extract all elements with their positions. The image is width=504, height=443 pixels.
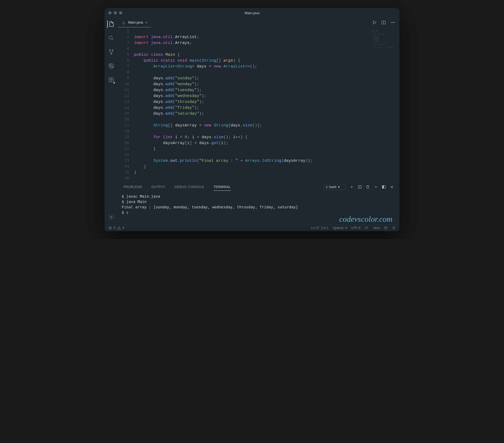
svg-rect-14 (382, 186, 384, 189)
settings-gear-icon[interactable] (108, 213, 115, 221)
svg-point-7 (110, 216, 112, 218)
traffic-lights (108, 11, 122, 14)
minimize-dot[interactable] (114, 11, 117, 14)
more-icon[interactable] (390, 20, 395, 25)
eol-status[interactable]: LF (365, 226, 369, 230)
split-terminal-icon[interactable] (358, 185, 362, 189)
tab-debug-console[interactable]: DEBUG CONSOLE (175, 185, 204, 189)
svg-point-16 (384, 226, 387, 229)
debug-icon[interactable] (108, 62, 115, 70)
code-editor[interactable]: 1234567891011121314151617181920212223242… (118, 27, 399, 182)
editor-window: Main.java (105, 8, 399, 231)
window-title: Main.java (244, 11, 260, 15)
tab-main-java[interactable]: Main.java × (118, 18, 151, 27)
tab-problems[interactable]: PROBLEMS (123, 185, 142, 189)
cursor-position[interactable]: Ln 37, Col 1 (311, 226, 329, 230)
zoom-dot[interactable] (119, 11, 122, 14)
svg-point-11 (394, 22, 394, 23)
bottom-panel: PROBLEMS OUTPUT DEBUG CONSOLE TERMINAL 1… (118, 182, 399, 224)
feedback-icon[interactable] (384, 226, 388, 230)
error-icon[interactable] (108, 226, 112, 230)
svg-point-0 (109, 36, 112, 39)
source-control-icon[interactable] (108, 48, 115, 56)
bell-icon[interactable] (392, 226, 396, 230)
tab-filename: Main.java (128, 20, 143, 24)
svg-point-18 (386, 227, 386, 228)
tab-output[interactable]: OUTPUT (151, 185, 165, 189)
terminal-selector[interactable]: 1: bash ▾ (323, 184, 346, 190)
tab-terminal[interactable]: TERMINAL (213, 185, 231, 191)
warning-count[interactable]: 0 (123, 226, 124, 230)
new-terminal-icon[interactable] (350, 185, 354, 189)
tab-bar: Main.java × (118, 18, 399, 27)
run-icon[interactable] (372, 20, 377, 25)
status-bar: 0 0 Ln 37, Col 1 Spaces: 4 UTF-8 LF Java (105, 224, 399, 231)
svg-point-10 (392, 22, 393, 23)
watermark: codevscolor.com (339, 215, 392, 224)
explorer-icon[interactable] (107, 20, 115, 28)
search-icon[interactable] (108, 34, 115, 42)
svg-point-17 (385, 227, 386, 228)
code-content[interactable]: import java.util.ArrayList;import java.u… (134, 28, 399, 182)
warning-icon[interactable] (117, 226, 121, 230)
svg-point-9 (391, 22, 392, 23)
indent-status[interactable]: Spaces: 4 (333, 226, 347, 230)
extensions-icon[interactable] (108, 76, 115, 84)
error-count[interactable]: 0 (114, 226, 116, 230)
line-gutter: 1234567891011121314151617181920212223242… (118, 28, 134, 182)
svg-point-3 (111, 53, 112, 54)
close-icon[interactable]: × (145, 20, 147, 25)
svg-point-1 (109, 50, 110, 51)
java-file-icon (122, 20, 126, 25)
chevron-up-icon[interactable] (374, 185, 378, 189)
language-status[interactable]: Java (373, 226, 380, 230)
activity-bar (105, 18, 118, 224)
close-panel-icon[interactable] (390, 185, 394, 189)
trash-icon[interactable] (366, 185, 370, 189)
panel-position-icon[interactable] (382, 185, 386, 189)
svg-point-2 (112, 50, 113, 51)
split-editor-icon[interactable] (381, 20, 386, 25)
close-dot[interactable] (108, 11, 112, 14)
encoding-status[interactable]: UTF-8 (351, 226, 361, 230)
titlebar: Main.java (105, 8, 399, 18)
